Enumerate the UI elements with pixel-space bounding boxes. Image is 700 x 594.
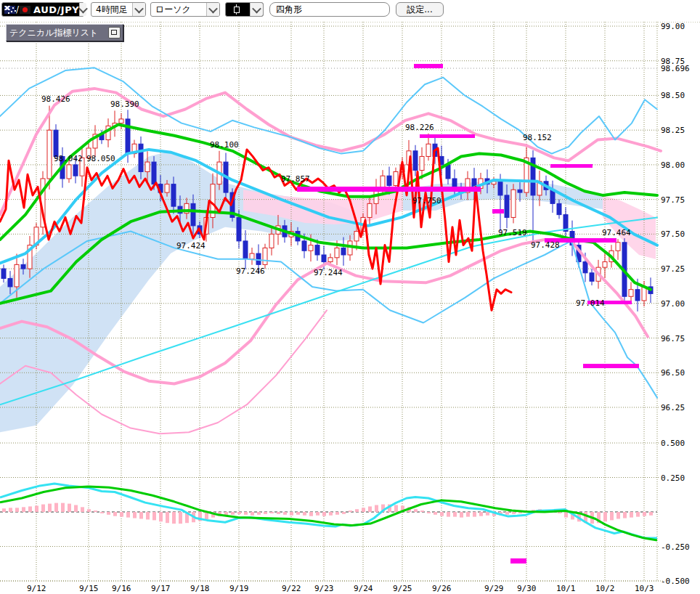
bull-candle	[420, 156, 424, 170]
bull-candle	[426, 144, 431, 156]
macd-histogram-bar	[342, 512, 346, 514]
macd-histogram-bar	[48, 504, 52, 512]
bull-candle	[119, 119, 123, 123]
macd-histogram-bar	[54, 503, 58, 512]
bear-candle	[237, 217, 241, 240]
panel-title: テクニカル指標リスト	[9, 27, 108, 39]
candle-style-select[interactable]	[225, 2, 264, 17]
chart-type-label: ローソク	[155, 4, 191, 16]
bear-candle	[8, 278, 12, 286]
chevron-down-icon	[206, 3, 219, 16]
date-tick-label: 9/15	[79, 584, 99, 593]
price-annotation: 97.424	[176, 241, 205, 251]
draw-tool-input[interactable]	[269, 2, 390, 17]
bear-candle	[590, 273, 594, 281]
price-annotation: 98.226	[405, 123, 434, 132]
axis-tick-label: 96.75	[661, 334, 685, 343]
macd-histogram-bar	[172, 512, 176, 524]
drawn-rectangle[interactable]	[297, 187, 481, 192]
drawn-rectangle[interactable]	[414, 64, 443, 68]
macd-histogram-bar	[126, 512, 130, 518]
bear-candle	[505, 195, 509, 218]
price-annotation: 97.519	[498, 228, 527, 237]
date-tick-label: 9/17	[151, 584, 171, 593]
price-annotation: 98.152	[523, 133, 552, 142]
macd-histogram-bar	[512, 512, 516, 514]
macd-histogram-bar	[623, 512, 627, 518]
macd-histogram-bar	[309, 512, 313, 516]
bear-candle	[126, 119, 130, 154]
date-tick-label: 9/23	[314, 584, 334, 593]
timeframe-label: 4時間足	[96, 4, 128, 16]
drawn-rectangle[interactable]	[492, 209, 504, 213]
date-tick-label: 9/30	[517, 584, 537, 593]
macd-histogram-bar	[231, 512, 235, 515]
panel-restore-button[interactable]	[108, 27, 121, 38]
date-tick-label: 9/25	[393, 584, 412, 593]
macd-histogram-bar	[179, 512, 182, 524]
bull-candle	[15, 264, 19, 287]
macd-histogram-bar	[133, 512, 137, 518]
macd-histogram-bar	[35, 505, 38, 512]
date-tick-label: 10/1	[556, 584, 576, 593]
bull-candle	[165, 184, 169, 192]
bull-candle	[616, 243, 620, 251]
macd-histogram-bar	[41, 505, 45, 512]
bull-candle	[629, 290, 633, 297]
macd-histogram-bar	[120, 512, 123, 517]
bear-candle	[635, 290, 640, 301]
bear-candle	[256, 253, 261, 264]
bull-candle	[328, 258, 333, 262]
bull-candle	[348, 241, 352, 255]
chart-type-select[interactable]: ローソク	[150, 2, 220, 17]
macd-histogram-bar	[414, 509, 418, 512]
axis-tick-label: 98.50	[661, 91, 685, 100]
settings-button[interactable]: 設定...	[396, 2, 444, 17]
bear-candle	[518, 190, 522, 192]
macd-histogram-bar	[303, 512, 306, 516]
date-tick-label: 9/29	[484, 584, 504, 593]
macd-histogram-bar	[2, 508, 6, 512]
macd-histogram-bar	[564, 512, 568, 518]
macd-histogram-bar	[264, 512, 267, 514]
axis-tick-label: 97.50	[661, 229, 685, 239]
timeframe-select[interactable]: 4時間足	[91, 2, 146, 17]
technical-indicator-list-panel[interactable]: テクニカル指標リスト	[6, 24, 123, 41]
macd-histogram-bar	[440, 512, 444, 516]
drawn-rectangle[interactable]	[583, 364, 639, 368]
bull-candle	[250, 253, 254, 259]
macd-histogram-bar	[486, 512, 489, 516]
macd-histogram-bar	[68, 504, 71, 512]
drawn-rectangle[interactable]	[420, 134, 475, 138]
macd-histogram-bar	[610, 512, 614, 520]
bear-candle	[315, 245, 320, 255]
australia-flag-icon	[4, 6, 15, 14]
price-annotation: 97.428	[531, 240, 560, 250]
macd-histogram-bar	[28, 506, 32, 512]
axis-tick-label: 98.00	[661, 160, 685, 170]
macd-histogram-bar	[362, 508, 365, 512]
currency-pair-select[interactable]: / AUD/JPY	[1, 2, 84, 17]
macd-histogram-bar	[87, 509, 91, 512]
bull-candle	[47, 130, 52, 179]
bear-candle	[341, 248, 346, 255]
macd-histogram-bar	[296, 512, 300, 515]
macd-histogram-bar	[159, 512, 163, 521]
macd-histogram-bar	[473, 512, 476, 517]
bear-candle	[139, 144, 143, 171]
bear-candle	[191, 203, 195, 226]
axis-tick-label: 96.50	[661, 368, 685, 378]
chart-canvas: 98.42698.39098.04298.05098.10097.42497.2…	[0, 0, 700, 594]
drawn-rectangle[interactable]	[550, 164, 593, 168]
macd-histogram-bar	[636, 512, 640, 517]
macd-histogram-bar	[316, 512, 320, 516]
bull-candle	[67, 165, 71, 179]
bear-candle	[243, 241, 248, 259]
macd-histogram-bar	[15, 508, 19, 512]
macd-histogram-bar	[643, 512, 646, 516]
macd-histogram-bar	[460, 512, 463, 518]
axis-tick-label: 97.00	[661, 299, 685, 309]
date-tick-label: 10/3	[635, 584, 654, 593]
drawn-rectangle[interactable]	[510, 558, 526, 564]
price-annotation: 97.464	[602, 228, 631, 237]
